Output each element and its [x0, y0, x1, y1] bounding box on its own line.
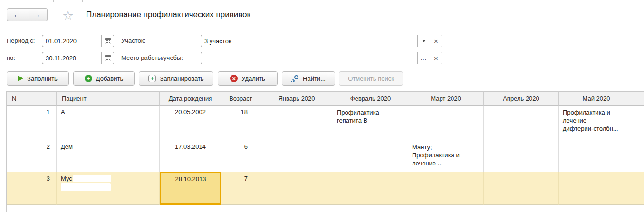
redaction-box: [73, 175, 111, 182]
empty-next-row: [7, 205, 644, 212]
window-top-border: [0, 0, 644, 0]
period-from-input[interactable]: [42, 35, 101, 47]
plan-button[interactable]: + Запланировать: [139, 71, 213, 86]
forward-button[interactable]: →: [27, 8, 48, 21]
history-nav-group: ← →: [7, 8, 48, 21]
table-row: 2 Дем 17.03.2014 6 Манту; Профилактика и…: [7, 140, 644, 172]
cell-jan[interactable]: [260, 106, 333, 140]
cell-may[interactable]: [559, 140, 634, 172]
table-row: 1 А 20.05.2002 18 Профилактика гепатита …: [7, 106, 644, 140]
calendar-icon: [105, 55, 111, 61]
cell-apr[interactable]: [484, 140, 559, 172]
period-to-input[interactable]: [42, 52, 101, 64]
cell-may[interactable]: Профилактика и лечение дифтерии-столбн..…: [559, 106, 634, 140]
redaction-box: [61, 183, 111, 191]
cell-birthdate[interactable]: 20.05.2002: [160, 106, 221, 140]
calendar-icon: [105, 38, 111, 44]
tab-separator: [82, 0, 83, 2]
search-icon: [291, 75, 299, 82]
period-from-label: Период с:: [7, 35, 35, 47]
table-header-row: N Пациент Дата рождения Возраст Январь 2…: [7, 91, 644, 106]
cell-overflow[interactable]: [634, 106, 644, 140]
tab-separator: [53, 0, 54, 2]
column-header-jan: Январь 2020: [260, 91, 333, 106]
column-header-n: N: [7, 91, 57, 106]
column-header-may: Май 2020: [559, 91, 634, 106]
find-button[interactable]: Найти...: [282, 71, 335, 86]
vaccination-plan-table: N Пациент Дата рождения Возраст Январь 2…: [6, 91, 644, 212]
cell-jan[interactable]: [260, 172, 333, 205]
cell-jan[interactable]: [260, 140, 333, 172]
favorite-star-icon[interactable]: ☆: [62, 9, 74, 23]
fill-button-label: Заполнить: [27, 75, 58, 82]
add-button-label: Добавить: [96, 75, 123, 82]
cell-overflow[interactable]: [634, 172, 644, 205]
toolbar-separator: [0, 89, 644, 89]
period-to-field: [42, 52, 114, 64]
period-to-label: по:: [7, 52, 15, 64]
uchastok-input[interactable]: [201, 35, 417, 47]
cell-may[interactable]: [559, 172, 634, 205]
cell-n[interactable]: 2: [7, 140, 57, 172]
uchastok-label: Участок:: [121, 35, 145, 47]
cell-apr[interactable]: [484, 172, 559, 205]
column-header-patient: Пациент: [57, 91, 160, 106]
plus-circle-icon: +: [85, 75, 92, 82]
cell-mar[interactable]: [408, 106, 484, 140]
period-from-calendar-button[interactable]: [101, 35, 114, 47]
clear-icon: ×: [434, 55, 438, 62]
column-header-apr: Апрель 2020: [484, 91, 559, 106]
column-header-overflow: [634, 91, 644, 106]
cell-birthdate[interactable]: 17.03.2014: [160, 140, 221, 172]
cell-feb[interactable]: [333, 140, 408, 172]
cell-patient[interactable]: А: [57, 106, 160, 140]
cell-birthdate-selected[interactable]: 28.10.2013: [160, 172, 221, 205]
period-from-field: [42, 35, 114, 47]
cell-patient[interactable]: Дем: [57, 140, 160, 172]
page-title: Планирование профилактических прививок: [86, 10, 250, 19]
cell-age[interactable]: 18: [221, 106, 260, 140]
find-button-label: Найти...: [303, 75, 326, 82]
delete-button[interactable]: × Удалить: [218, 71, 278, 86]
cancel-search-button[interactable]: Отменить поиск: [339, 71, 403, 86]
patient-name-fragment: Мус: [61, 175, 72, 182]
cell-n[interactable]: 3: [7, 172, 57, 205]
column-header-age: Возраст: [221, 91, 260, 106]
play-icon: [18, 76, 23, 81]
cell-feb[interactable]: [333, 172, 408, 205]
add-button[interactable]: + Добавить: [73, 71, 135, 86]
workplace-field: ... ×: [201, 52, 442, 64]
cancel-search-button-label: Отменить поиск: [348, 75, 394, 82]
workplace-more-button[interactable]: ...: [417, 52, 430, 64]
cell-apr[interactable]: [484, 106, 559, 140]
cell-mar[interactable]: [408, 172, 484, 205]
back-button[interactable]: ←: [7, 8, 27, 21]
uchastok-dropdown-button[interactable]: [417, 35, 430, 47]
chevron-down-icon: [422, 40, 426, 42]
cell-patient[interactable]: Мус: [57, 172, 160, 205]
workplace-label: Место работы/учебы:: [121, 52, 183, 64]
cell-overflow[interactable]: [634, 140, 644, 172]
ellipsis-icon: ...: [421, 55, 427, 61]
column-header-mar: Март 2020: [408, 91, 484, 106]
uchastok-clear-button[interactable]: ×: [430, 35, 442, 47]
cell-age[interactable]: 7: [221, 172, 260, 205]
cell-age[interactable]: 6: [221, 140, 260, 172]
uchastok-field: ×: [201, 35, 442, 47]
column-header-birthdate: Дата рождения: [160, 91, 221, 106]
workplace-input[interactable]: [201, 52, 417, 64]
workplace-clear-button[interactable]: ×: [430, 52, 442, 64]
column-header-feb: Февраль 2020: [333, 91, 408, 106]
cell-n[interactable]: 1: [7, 106, 57, 140]
period-to-calendar-button[interactable]: [101, 52, 114, 64]
table-row-selected: 3 Мус 28.10.2013 7: [7, 172, 644, 205]
fill-button[interactable]: Заполнить: [7, 71, 69, 86]
delete-cross-icon: ×: [230, 75, 238, 82]
cell-feb[interactable]: Профилактика гепатита В: [333, 106, 408, 140]
clear-icon: ×: [434, 38, 438, 45]
cell-mar[interactable]: Манту; Профилактика и лечение ...: [408, 140, 484, 172]
delete-button-label: Удалить: [241, 75, 265, 82]
plan-plus-icon: +: [148, 75, 156, 82]
plan-button-label: Запланировать: [160, 75, 203, 82]
